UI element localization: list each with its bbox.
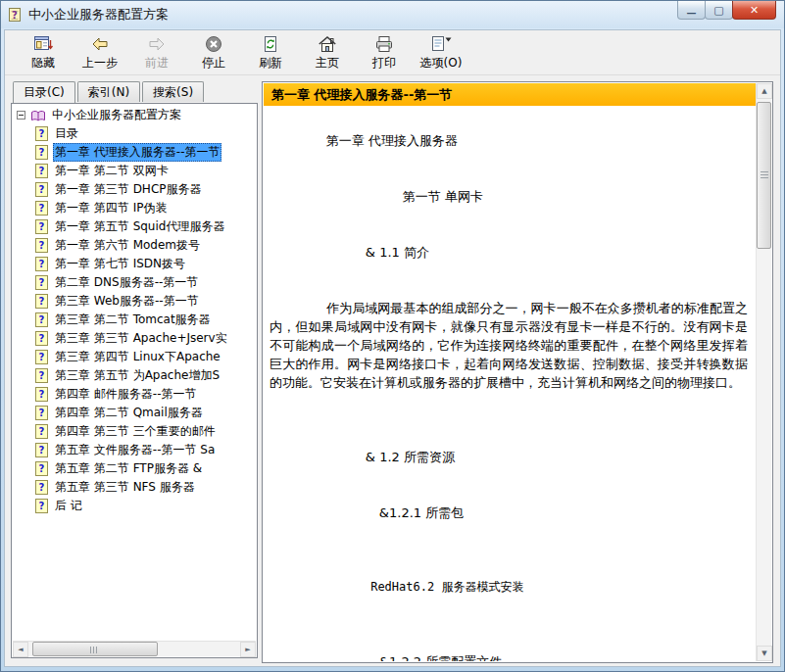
content-paragraph: 第一节 单网卡 — [270, 168, 748, 224]
help-file-icon: ? — [8, 7, 24, 23]
window-controls — [678, 1, 776, 20]
tree-item[interactable]: 第一章 第二节 双网卡 — [12, 162, 255, 180]
nav-tabs: 目录(C) 索引(N) 搜索(S) — [11, 81, 258, 103]
content-paragraph: 第一章 代理接入服务器 — [270, 113, 748, 168]
tree-item[interactable]: 第五章 第三节 NFS 服务器 — [12, 478, 255, 497]
collapse-icon[interactable] — [17, 111, 25, 120]
tree-root-label: 中小企业服务器配置方案 — [50, 106, 183, 124]
help-topic-icon — [35, 126, 48, 141]
contents-tree-panel: 中小企业服务器配置方案 目录 第一章 代理接入服务器--第一节 — [11, 103, 258, 658]
help-topic-icon — [35, 368, 48, 383]
client-area: 隐藏 上一步 前进 停止 刷新 — [4, 29, 781, 667]
contents-tree: 中小企业服务器配置方案 目录 第一章 代理接入服务器--第一节 — [12, 106, 255, 640]
help-topic-icon — [35, 350, 48, 364]
tree-item[interactable]: 目录 — [12, 124, 255, 143]
book-icon — [30, 109, 46, 122]
topic-content: 第一章 代理接入服务器 第一节 单网卡 & 1.1 简介 作为局域网最基本的组成… — [264, 106, 756, 661]
scroll-right-icon[interactable] — [240, 642, 256, 657]
refresh-icon — [261, 34, 280, 54]
print-button[interactable]: 打印 — [356, 32, 413, 73]
toolbar: 隐藏 上一步 前进 停止 刷新 — [5, 30, 780, 75]
tree-item[interactable]: 第五章 文件服务器--第一节 Sa — [12, 441, 255, 459]
help-topic-icon — [35, 480, 48, 495]
workspace: 目录(C) 索引(N) 搜索(S) — [5, 76, 780, 666]
scroll-down-icon[interactable] — [757, 646, 772, 661]
help-topic-icon — [35, 312, 48, 327]
content-vertical-scrollbar[interactable] — [756, 83, 771, 661]
tree-item[interactable]: 第四章 第二节 Qmail服务器 — [12, 404, 255, 422]
hide-button[interactable]: 隐藏 — [15, 32, 72, 73]
tree-item[interactable]: 第三章 第五节 为Apache增加S — [12, 366, 255, 385]
content-paragraph: &1.2.1 所需包 — [270, 485, 748, 541]
forward-icon — [147, 34, 167, 54]
help-topic-icon — [35, 182, 48, 197]
scroll-up-icon[interactable] — [757, 83, 772, 99]
nav-tab[interactable]: 索引(N) — [77, 81, 140, 102]
help-topic-icon — [35, 424, 48, 439]
minimize-button[interactable] — [677, 1, 706, 20]
help-topic-icon — [35, 443, 48, 457]
help-topic-icon — [35, 219, 48, 234]
svg-text:?: ? — [12, 10, 18, 21]
refresh-button[interactable]: 刷新 — [242, 32, 299, 73]
tree-item[interactable]: 第二章 DNS服务器--第一节 — [12, 273, 255, 292]
help-topic-icon — [35, 238, 48, 253]
tree-item[interactable]: 第三章 第三节 Apache+Jserv实 — [12, 329, 255, 348]
help-topic-icon — [35, 294, 48, 309]
content-paragraph — [270, 615, 748, 634]
maximize-button[interactable] — [705, 1, 733, 20]
stop-icon — [204, 34, 223, 54]
tree-item[interactable]: 第四章 第三节 三个重要的邮件 — [12, 422, 255, 441]
content-paragraph — [270, 410, 748, 429]
content-paragraph: RedHat6.2 服务器模式安装 — [270, 559, 748, 615]
nav-tab[interactable]: 目录(C) — [13, 81, 75, 103]
forward-button[interactable]: 前进 — [128, 32, 185, 73]
hide-icon — [33, 34, 53, 54]
scroll-left-icon[interactable] — [13, 642, 28, 657]
content-paragraph: & 1.1 简介 — [270, 224, 748, 280]
back-button[interactable]: 上一步 — [72, 32, 128, 73]
tree-item[interactable]: 第四章 邮件服务器--第一节 — [12, 385, 255, 404]
help-topic-icon — [35, 406, 48, 420]
help-topic-icon — [35, 461, 48, 476]
tree-item[interactable]: 后 记 — [12, 497, 255, 515]
options-icon — [429, 34, 453, 54]
tree-item[interactable]: 第一章 第七节 ISDN拨号 — [12, 255, 255, 273]
navigation-pane: 目录(C) 索引(N) 搜索(S) — [11, 81, 258, 658]
nav-tab[interactable]: 搜索(S) — [142, 81, 204, 102]
tree-item[interactable]: 第一章 第三节 DHCP服务器 — [12, 180, 255, 199]
home-button[interactable]: 主页 — [299, 32, 356, 73]
tree-item[interactable]: 第一章 第五节 Squid代理服务器 — [12, 217, 255, 236]
back-icon — [90, 34, 110, 54]
tree-item[interactable]: 第五章 第二节 FTP服务器 & — [12, 459, 255, 478]
content-paragraph: 作为局域网最基本的组成部分之一，网卡一般不在众多攒机者的标准配置之内，但如果局域… — [270, 280, 748, 410]
help-topic-icon — [35, 257, 48, 271]
tree-horizontal-scrollbar[interactable] — [13, 641, 256, 656]
scrollbar-thumb[interactable] — [32, 642, 158, 656]
print-icon — [374, 34, 394, 54]
tree-item[interactable]: 第三章 第二节 Tomcat服务器 — [12, 311, 255, 329]
content-paragraph — [270, 541, 748, 559]
topic-header: 第一章 代理接入服务器--第一节 — [264, 83, 756, 106]
tree-item[interactable]: 第一章 第六节 Modem拨号 — [12, 236, 255, 255]
help-topic-icon — [35, 275, 48, 290]
content-paragraph: & 1.2 所需资源 — [270, 429, 748, 485]
help-viewer-window: ? 中小企业服务器配置方案 隐藏 上一步 — [0, 0, 785, 672]
scrollbar-thumb[interactable] — [757, 102, 771, 249]
help-topic-icon — [35, 499, 48, 513]
close-button[interactable] — [732, 1, 776, 20]
help-topic-icon — [35, 387, 48, 402]
tree-root[interactable]: 中小企业服务器配置方案 — [12, 106, 255, 124]
help-topic-icon — [35, 164, 48, 178]
home-icon — [318, 34, 337, 54]
help-topic-icon — [35, 201, 48, 216]
stop-button[interactable]: 停止 — [185, 32, 242, 73]
help-topic-icon — [35, 331, 48, 346]
topic-pane: 第一章 代理接入服务器--第一节 第一章 代理接入服务器 第一节 单网卡 & 1… — [262, 81, 773, 663]
tree-item[interactable]: 第一章 代理接入服务器--第一节 — [12, 143, 255, 162]
tree-item[interactable]: 第三章 Web服务器--第一节 — [12, 292, 255, 311]
titlebar[interactable]: ? 中小企业服务器配置方案 — [1, 1, 784, 28]
tree-item[interactable]: 第三章 第四节 Linux下Apache — [12, 348, 255, 366]
tree-item[interactable]: 第一章 第四节 IP伪装 — [12, 199, 255, 217]
options-button[interactable]: 选项(O) — [413, 32, 469, 73]
